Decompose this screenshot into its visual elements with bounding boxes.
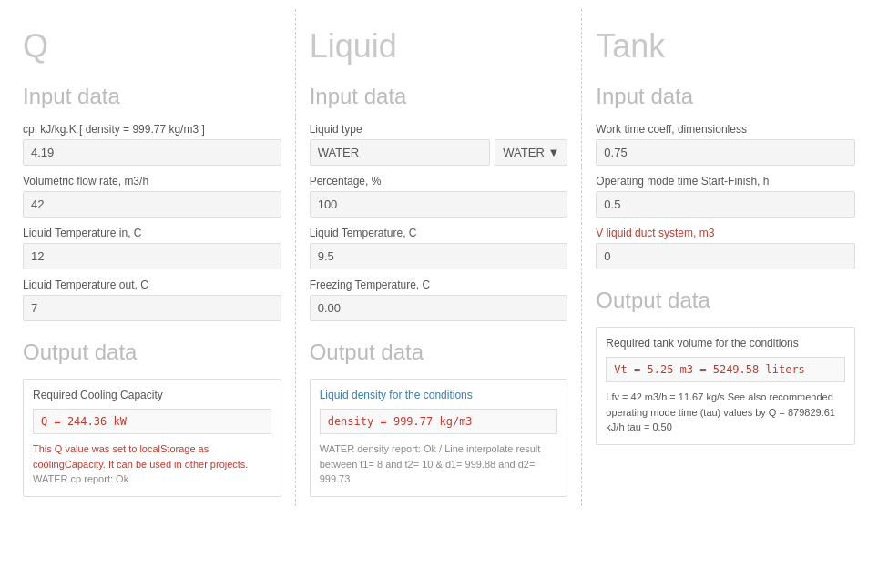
output-value-q: Q = 244.36 kW — [33, 409, 271, 434]
input-temp_out[interactable] — [23, 295, 281, 321]
field-label-liquid_temp: Liquid Temperature, C — [310, 227, 568, 239]
dropdown-liquid_type[interactable]: WATER ▼ — [495, 139, 567, 166]
field-label-liquid_type: Liquid type — [310, 123, 568, 136]
field-label-work_time_coeff: Work time coeff, dimensionless — [596, 123, 855, 136]
input-liquid_temp[interactable] — [310, 243, 568, 269]
input-percentage[interactable] — [310, 191, 568, 218]
input-section-title-tank: Input data — [596, 84, 855, 109]
input-operating_mode_time[interactable] — [596, 191, 855, 218]
output-value-tank: Vt = 5.25 m3 = 5249.58 liters — [606, 357, 845, 382]
output-note-q-0: This Q value was set to localStorage as … — [33, 441, 271, 471]
field-label-operating_mode_time: Operating mode time Start-Finish, h — [596, 175, 855, 188]
page-container: QInput datacp, kJ/kg.K [ density = 999.7… — [0, 0, 878, 515]
field-label-percentage: Percentage, % — [310, 175, 568, 188]
input-volumetric_flow_rate[interactable] — [23, 191, 281, 218]
input-section-title-q: Input data — [23, 84, 281, 109]
column-title-liquid: Liquid — [310, 27, 568, 66]
output-box-title-tank: Required tank volume for the conditions — [606, 337, 845, 350]
field-label-freezing_temp: Freezing Temperature, C — [310, 279, 568, 291]
field-label-v_liquid_duct: V liquid duct system, m3 — [596, 227, 855, 239]
output-section-title-tank: Output data — [596, 288, 855, 313]
input-cp[interactable] — [23, 139, 281, 166]
input-freezing_temp[interactable] — [310, 295, 568, 321]
input-liquid_type[interactable] — [310, 139, 491, 166]
column-liquid: LiquidInput dataLiquid typeWATER ▼Percen… — [296, 9, 583, 506]
input-v_liquid_duct[interactable] — [596, 243, 855, 269]
column-tank: TankInput dataWork time coeff, dimension… — [582, 9, 869, 506]
field-label-cp: cp, kJ/kg.K [ density = 999.77 kg/m3 ] — [23, 123, 281, 136]
output-box-liquid: Liquid density for the conditionsdensity… — [310, 379, 568, 497]
output-note-tank-0: Lfv = 42 m3/h = 11.67 kg/s See also reco… — [606, 390, 845, 435]
output-section-title-liquid: Output data — [310, 340, 568, 365]
select-row-liquid_type: WATER ▼ — [310, 139, 568, 166]
field-label-temp_out: Liquid Temperature out, C — [23, 279, 281, 291]
input-temp_in[interactable] — [23, 243, 281, 269]
input-section-title-liquid: Input data — [310, 84, 568, 109]
output-box-title-q: Required Cooling Capacity — [33, 389, 271, 401]
output-note-liquid-0: WATER density report: Ok / Line interpol… — [320, 441, 558, 487]
output-note-q-1: WATER cp report: Ok — [33, 471, 271, 487]
column-title-tank: Tank — [596, 27, 855, 66]
output-box-tank: Required tank volume for the conditionsV… — [596, 327, 855, 445]
field-label-volumetric_flow_rate: Volumetric flow rate, m3/h — [23, 175, 281, 188]
field-label-temp_in: Liquid Temperature in, C — [23, 227, 281, 239]
column-q: QInput datacp, kJ/kg.K [ density = 999.7… — [9, 9, 296, 506]
output-box-q: Required Cooling CapacityQ = 244.36 kWTh… — [23, 379, 281, 497]
output-value-liquid: density = 999.77 kg/m3 — [320, 409, 558, 434]
column-title-q: Q — [23, 27, 281, 66]
input-work_time_coeff[interactable] — [596, 139, 855, 166]
output-box-title-liquid: Liquid density for the conditions — [320, 389, 558, 401]
output-section-title-q: Output data — [23, 340, 281, 365]
